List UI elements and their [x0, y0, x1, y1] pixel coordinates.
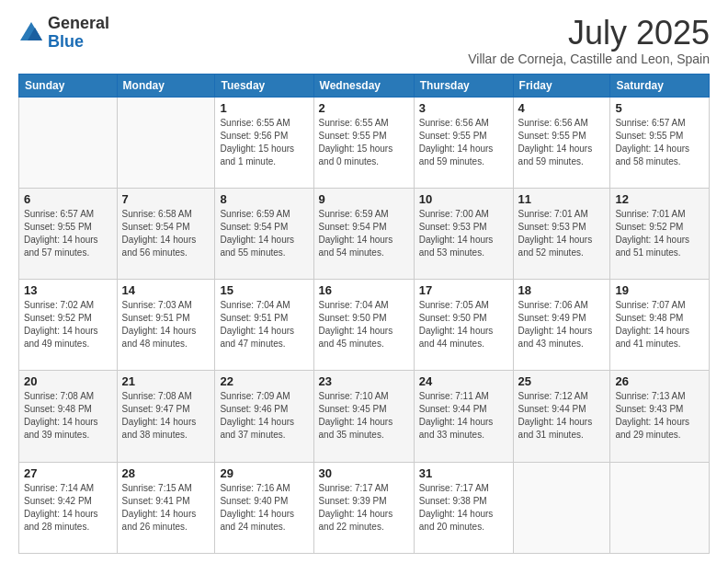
week-row-5: 27Sunrise: 7:14 AMSunset: 9:42 PMDayligh… — [19, 462, 710, 553]
day-info: Sunrise: 6:56 AMSunset: 9:55 PMDaylight:… — [419, 117, 508, 168]
day-info: Sunrise: 6:56 AMSunset: 9:55 PMDaylight:… — [518, 117, 606, 168]
day-header-thursday: Thursday — [414, 74, 513, 97]
day-number: 12 — [615, 192, 704, 206]
day-number: 8 — [220, 192, 308, 206]
day-info: Sunrise: 6:57 AMSunset: 9:55 PMDaylight:… — [615, 117, 704, 168]
calendar-cell: 28Sunrise: 7:15 AMSunset: 9:41 PMDayligh… — [117, 462, 215, 553]
day-number: 1 — [220, 101, 308, 115]
page: General Blue July 2025 Villar de Corneja… — [0, 0, 728, 563]
calendar-cell: 22Sunrise: 7:09 AMSunset: 9:46 PMDayligh… — [215, 371, 313, 462]
day-info: Sunrise: 7:05 AMSunset: 9:50 PMDaylight:… — [419, 299, 508, 350]
calendar-cell: 19Sunrise: 7:07 AMSunset: 9:48 PMDayligh… — [610, 280, 710, 371]
week-row-1: 1Sunrise: 6:55 AMSunset: 9:56 PMDaylight… — [19, 97, 710, 188]
calendar-cell: 13Sunrise: 7:02 AMSunset: 9:52 PMDayligh… — [19, 280, 118, 371]
day-info: Sunrise: 7:09 AMSunset: 9:46 PMDaylight:… — [220, 390, 308, 442]
day-number: 27 — [24, 466, 112, 480]
logo-icon — [18, 20, 44, 46]
calendar-body: 1Sunrise: 6:55 AMSunset: 9:56 PMDaylight… — [19, 97, 710, 553]
day-info: Sunrise: 6:58 AMSunset: 9:54 PMDaylight:… — [122, 208, 210, 259]
calendar-cell: 27Sunrise: 7:14 AMSunset: 9:42 PMDayligh… — [19, 462, 118, 553]
day-info: Sunrise: 7:17 AMSunset: 9:38 PMDaylight:… — [419, 482, 508, 534]
day-header-tuesday: Tuesday — [215, 74, 313, 97]
day-info: Sunrise: 7:08 AMSunset: 9:47 PMDaylight:… — [122, 390, 210, 442]
day-number: 28 — [122, 466, 210, 480]
calendar-cell: 29Sunrise: 7:16 AMSunset: 9:40 PMDayligh… — [215, 462, 313, 553]
day-info: Sunrise: 7:08 AMSunset: 9:48 PMDaylight:… — [24, 390, 112, 442]
calendar-cell — [117, 97, 215, 188]
day-number: 17 — [419, 283, 508, 297]
calendar-cell: 8Sunrise: 6:59 AMSunset: 9:54 PMDaylight… — [215, 188, 313, 279]
week-row-4: 20Sunrise: 7:08 AMSunset: 9:48 PMDayligh… — [19, 371, 710, 462]
calendar-cell: 14Sunrise: 7:03 AMSunset: 9:51 PMDayligh… — [117, 280, 215, 371]
day-info: Sunrise: 7:03 AMSunset: 9:51 PMDaylight:… — [122, 299, 210, 350]
calendar-cell: 6Sunrise: 6:57 AMSunset: 9:55 PMDaylight… — [19, 188, 118, 279]
day-info: Sunrise: 7:02 AMSunset: 9:52 PMDaylight:… — [24, 299, 112, 350]
day-header-friday: Friday — [513, 74, 610, 97]
day-number: 14 — [122, 283, 210, 297]
calendar-cell: 12Sunrise: 7:01 AMSunset: 9:52 PMDayligh… — [610, 188, 710, 279]
logo: General Blue — [18, 15, 109, 52]
calendar-cell: 17Sunrise: 7:05 AMSunset: 9:50 PMDayligh… — [414, 280, 513, 371]
day-number: 22 — [220, 374, 308, 388]
calendar-cell: 11Sunrise: 7:01 AMSunset: 9:53 PMDayligh… — [513, 188, 610, 279]
day-info: Sunrise: 7:06 AMSunset: 9:49 PMDaylight:… — [518, 299, 606, 350]
day-info: Sunrise: 7:13 AMSunset: 9:43 PMDaylight:… — [615, 390, 704, 442]
calendar-cell: 10Sunrise: 7:00 AMSunset: 9:53 PMDayligh… — [414, 188, 513, 279]
day-header-saturday: Saturday — [610, 74, 710, 97]
day-info: Sunrise: 6:59 AMSunset: 9:54 PMDaylight:… — [319, 208, 409, 259]
main-title: July 2025 — [468, 15, 710, 52]
calendar-cell: 2Sunrise: 6:55 AMSunset: 9:55 PMDaylight… — [313, 97, 414, 188]
calendar-cell — [610, 462, 710, 553]
day-number: 4 — [518, 101, 606, 115]
day-number: 7 — [122, 192, 210, 206]
logo-general-text: General — [48, 14, 109, 32]
calendar-table: SundayMondayTuesdayWednesdayThursdayFrid… — [18, 74, 710, 554]
day-number: 6 — [24, 192, 112, 206]
day-number: 11 — [518, 192, 606, 206]
day-number: 2 — [319, 101, 409, 115]
day-number: 15 — [220, 283, 308, 297]
logo-text: General Blue — [48, 15, 109, 52]
day-number: 24 — [419, 374, 508, 388]
day-info: Sunrise: 7:17 AMSunset: 9:39 PMDaylight:… — [319, 482, 409, 534]
day-info: Sunrise: 6:59 AMSunset: 9:54 PMDaylight:… — [220, 208, 308, 259]
calendar-cell — [19, 97, 118, 188]
day-info: Sunrise: 7:16 AMSunset: 9:40 PMDaylight:… — [220, 482, 308, 534]
day-number: 5 — [615, 101, 704, 115]
calendar-header: SundayMondayTuesdayWednesdayThursdayFrid… — [19, 74, 710, 97]
header-row: SundayMondayTuesdayWednesdayThursdayFrid… — [19, 74, 710, 97]
day-number: 18 — [518, 283, 606, 297]
calendar-cell: 21Sunrise: 7:08 AMSunset: 9:47 PMDayligh… — [117, 371, 215, 462]
day-info: Sunrise: 7:10 AMSunset: 9:45 PMDaylight:… — [319, 390, 409, 442]
calendar-cell: 26Sunrise: 7:13 AMSunset: 9:43 PMDayligh… — [610, 371, 710, 462]
calendar-cell: 9Sunrise: 6:59 AMSunset: 9:54 PMDaylight… — [313, 188, 414, 279]
calendar-cell: 4Sunrise: 6:56 AMSunset: 9:55 PMDaylight… — [513, 97, 610, 188]
day-info: Sunrise: 7:00 AMSunset: 9:53 PMDaylight:… — [419, 208, 508, 259]
calendar-cell: 7Sunrise: 6:58 AMSunset: 9:54 PMDaylight… — [117, 188, 215, 279]
week-row-2: 6Sunrise: 6:57 AMSunset: 9:55 PMDaylight… — [19, 188, 710, 279]
day-info: Sunrise: 7:12 AMSunset: 9:44 PMDaylight:… — [518, 390, 606, 442]
calendar-cell: 5Sunrise: 6:57 AMSunset: 9:55 PMDaylight… — [610, 97, 710, 188]
day-info: Sunrise: 7:01 AMSunset: 9:52 PMDaylight:… — [615, 208, 704, 259]
calendar-cell: 23Sunrise: 7:10 AMSunset: 9:45 PMDayligh… — [313, 371, 414, 462]
day-info: Sunrise: 7:15 AMSunset: 9:41 PMDaylight:… — [122, 482, 210, 534]
calendar-cell: 25Sunrise: 7:12 AMSunset: 9:44 PMDayligh… — [513, 371, 610, 462]
day-number: 13 — [24, 283, 112, 297]
day-header-monday: Monday — [117, 74, 215, 97]
day-number: 31 — [419, 466, 508, 480]
day-number: 25 — [518, 374, 606, 388]
day-info: Sunrise: 6:55 AMSunset: 9:55 PMDaylight:… — [319, 117, 409, 168]
day-info: Sunrise: 7:01 AMSunset: 9:53 PMDaylight:… — [518, 208, 606, 259]
day-header-sunday: Sunday — [19, 74, 118, 97]
day-info: Sunrise: 7:14 AMSunset: 9:42 PMDaylight:… — [24, 482, 112, 534]
day-number: 20 — [24, 374, 112, 388]
day-info: Sunrise: 7:07 AMSunset: 9:48 PMDaylight:… — [615, 299, 704, 350]
day-info: Sunrise: 7:04 AMSunset: 9:50 PMDaylight:… — [319, 299, 409, 350]
calendar-cell: 3Sunrise: 6:56 AMSunset: 9:55 PMDaylight… — [414, 97, 513, 188]
calendar-cell: 18Sunrise: 7:06 AMSunset: 9:49 PMDayligh… — [513, 280, 610, 371]
calendar-cell: 16Sunrise: 7:04 AMSunset: 9:50 PMDayligh… — [313, 280, 414, 371]
day-number: 21 — [122, 374, 210, 388]
subtitle: Villar de Corneja, Castille and Leon, Sp… — [468, 52, 710, 66]
day-info: Sunrise: 6:57 AMSunset: 9:55 PMDaylight:… — [24, 208, 112, 259]
week-row-3: 13Sunrise: 7:02 AMSunset: 9:52 PMDayligh… — [19, 280, 710, 371]
